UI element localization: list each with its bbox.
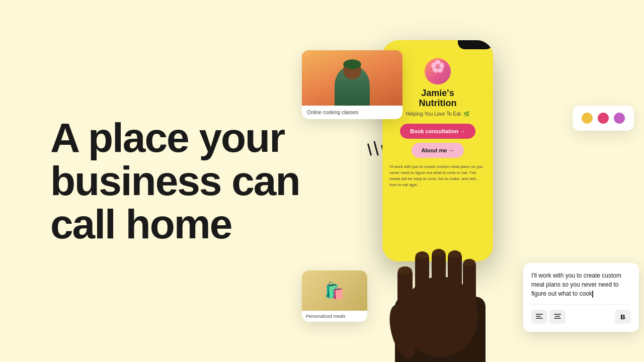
text-cursor xyxy=(592,291,593,298)
svg-point-13 xyxy=(463,259,475,266)
headline-line1: A place your xyxy=(50,115,284,160)
svg-rect-14 xyxy=(536,314,543,315)
headline: A place your business can call home xyxy=(50,116,342,246)
about-me-button[interactable]: About me → xyxy=(412,143,464,158)
card-color-dots xyxy=(573,106,634,131)
svg-rect-7 xyxy=(463,259,476,314)
phone-avatar xyxy=(425,58,451,84)
svg-point-11 xyxy=(432,249,445,256)
dot-pink xyxy=(598,113,609,124)
svg-rect-15 xyxy=(536,316,541,317)
svg-rect-17 xyxy=(554,314,561,315)
hand-holding-phone xyxy=(362,206,518,362)
card-personalized-meals: 🛍️ Personalized meals xyxy=(302,270,367,322)
hero-left: A place your business can call home xyxy=(50,116,342,246)
bold-button[interactable]: B xyxy=(615,310,631,324)
phone-notch xyxy=(458,40,493,49)
phone-business-name: Jamie'sNutrition xyxy=(412,88,464,109)
headline-line3: call home xyxy=(50,201,231,247)
headline-line2: business can xyxy=(50,158,300,204)
editor-text: I'll work with you to create custom meal… xyxy=(531,271,631,298)
dot-purple xyxy=(614,113,625,124)
phone-tagline: Helping You Love To Eat. 🌿 xyxy=(401,111,474,117)
toolbar-alignment-buttons xyxy=(531,310,566,324)
meals-label: Personalized meals xyxy=(302,311,367,322)
svg-point-10 xyxy=(416,252,429,259)
svg-rect-5 xyxy=(432,249,446,314)
card-text-editor: I'll work with you to create custom meal… xyxy=(523,263,639,332)
card-cooking-classes: Online cooking classes xyxy=(302,50,403,119)
align-left-button[interactable] xyxy=(531,310,547,324)
svg-rect-4 xyxy=(415,251,429,317)
meals-image: 🛍️ xyxy=(302,270,367,311)
editor-toolbar: B xyxy=(531,304,631,324)
editor-text-content: I'll work with you to create custom meal… xyxy=(531,272,621,297)
svg-point-9 xyxy=(398,266,412,275)
svg-rect-16 xyxy=(536,318,543,319)
bold-icon: B xyxy=(620,313,625,321)
hand-svg xyxy=(362,206,518,362)
phone-description: I'll work with you to create custom meal… xyxy=(382,160,493,192)
align-center-button[interactable] xyxy=(549,310,566,324)
svg-point-12 xyxy=(448,251,461,258)
svg-rect-19 xyxy=(554,318,561,319)
cooking-class-label: Online cooking classes xyxy=(302,106,403,119)
svg-rect-18 xyxy=(555,316,560,317)
book-consultation-button[interactable]: Book consultation → xyxy=(400,124,475,139)
svg-rect-6 xyxy=(448,250,462,313)
hero-right: Online cooking classes Jamie'sNutrition … xyxy=(302,0,644,362)
cooking-class-image xyxy=(302,50,403,106)
dot-yellow xyxy=(582,113,593,124)
